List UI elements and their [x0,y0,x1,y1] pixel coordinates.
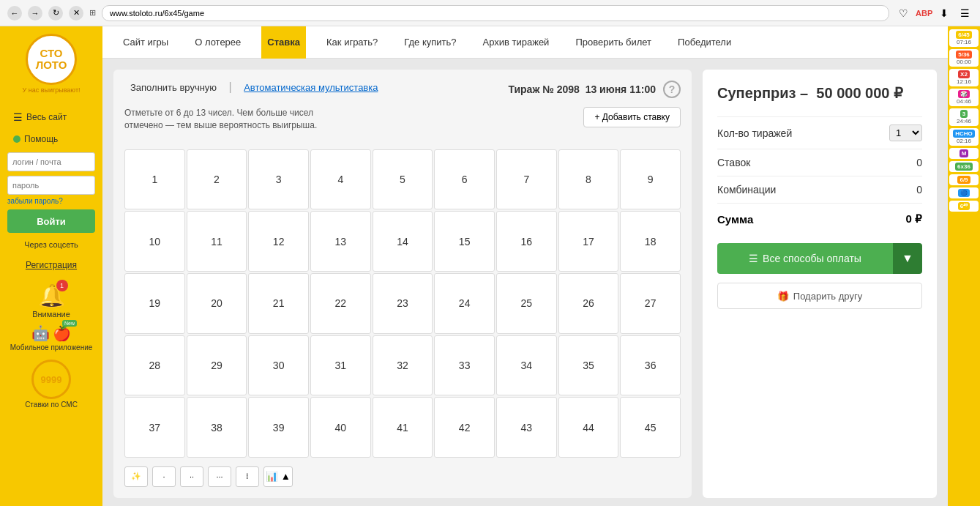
right-game-2[interactable]: X212:16 [949,69,979,86]
number-cell-25[interactable]: 25 [496,273,557,334]
login-button[interactable]: Войти [7,209,95,233]
right-game-7[interactable]: 6x36 [949,161,979,172]
password-input[interactable] [7,176,95,195]
number-cell-20[interactable]: 20 [187,273,247,334]
nav-site[interactable]: Сайт игры [117,26,174,59]
number-cell-42[interactable]: 42 [434,397,495,458]
number-cell-44[interactable]: 44 [558,397,619,458]
number-cell-13[interactable]: 13 [310,211,371,272]
number-cell-21[interactable]: 21 [248,273,309,334]
number-cell-33[interactable]: 33 [434,335,495,396]
number-cell-10[interactable]: 10 [124,211,185,272]
magic-wand-button[interactable]: ✨ [124,466,148,487]
right-game-0[interactable]: 6/4507:16 [949,29,979,47]
right-game-8[interactable]: 6/9 [949,174,979,185]
number-cell-36[interactable]: 36 [620,335,681,396]
forgot-password-link[interactable]: забыли пароль? [7,197,63,205]
number-cell-45[interactable]: 45 [620,397,681,458]
number-cell-35[interactable]: 35 [558,335,619,396]
number-cell-11[interactable]: 11 [187,211,247,272]
sms-area[interactable]: 9999 Ставки по СМС [25,360,78,409]
number-cell-18[interactable]: 18 [620,211,681,272]
number-cell-39[interactable]: 39 [248,397,309,458]
number-cell-29[interactable]: 29 [187,335,247,396]
number-cell-7[interactable]: 7 [496,149,557,210]
draws-select[interactable]: 1 2 3 5 10 [889,124,922,141]
register-button[interactable]: Регистрация [7,256,95,274]
number-cell-24[interactable]: 24 [434,273,495,334]
nav-where[interactable]: Где купить? [398,26,462,59]
three-dot-button[interactable]: ··· [208,466,231,487]
help-button[interactable]: Помощь [7,130,95,148]
nav-about[interactable]: О лотерее [189,26,247,59]
social-login-button[interactable]: Через соцсеть [7,236,95,253]
logo[interactable]: СТОЛОТО [26,34,77,85]
number-cell-2[interactable]: 2 [187,149,247,210]
number-cell-1[interactable]: 1 [124,149,185,210]
number-cell-40[interactable]: 40 [310,397,371,458]
number-cell-3[interactable]: 3 [248,149,309,210]
nav-archive[interactable]: Архив тиражей [476,26,555,59]
number-cell-31[interactable]: 31 [310,335,371,396]
login-input[interactable] [7,152,95,171]
right-game-10[interactable]: 6⁴⁹ [949,201,979,212]
one-dot-button[interactable]: · [152,466,176,487]
number-cell-30[interactable]: 30 [248,335,309,396]
pay-dropdown-button[interactable]: ▼ [893,243,922,274]
number-cell-16[interactable]: 16 [496,211,557,272]
gift-button[interactable]: 🎁 Подарить другу [717,283,922,309]
mobile-app-area[interactable]: 🤖 🍎 New Мобильное приложение [10,324,93,352]
right-game-6[interactable]: M [949,148,979,159]
add-bet-button[interactable]: + Добавить ставку [583,107,681,127]
number-cell-41[interactable]: 41 [373,397,433,458]
number-cell-32[interactable]: 32 [373,335,433,396]
heart-icon[interactable]: ♡ [895,5,911,21]
notification-area[interactable]: 🔔 1 Внимание [7,283,95,319]
right-game-1[interactable]: 5/3600:00 [949,49,979,67]
url-bar[interactable] [102,5,889,21]
right-game-5[interactable]: НСНО02:16 [949,128,979,146]
nav-howto[interactable]: Как играть? [321,26,384,59]
nav-winners[interactable]: Победители [672,26,737,59]
four-dot-button[interactable]: ⁞ [236,466,259,487]
help-info-button[interactable]: ? [663,81,681,98]
fill-auto-tab[interactable]: Автоматическая мультиставка [238,79,384,96]
number-cell-14[interactable]: 14 [373,211,433,272]
menu-icon[interactable]: ☰ [957,5,973,21]
refresh-button[interactable]: ↻ [48,6,63,21]
fill-manual-tab[interactable]: Заполнить вручную [124,79,222,96]
chart-button[interactable]: 📊 ▲ [263,466,293,487]
nav-check[interactable]: Проверить билет [569,26,657,59]
number-cell-38[interactable]: 38 [187,397,247,458]
number-cell-43[interactable]: 43 [496,397,557,458]
number-cell-28[interactable]: 28 [124,335,185,396]
number-cell-22[interactable]: 22 [310,273,371,334]
number-cell-37[interactable]: 37 [124,397,185,458]
number-cell-17[interactable]: 17 [558,211,619,272]
number-cell-8[interactable]: 8 [558,149,619,210]
number-cell-9[interactable]: 9 [620,149,681,210]
two-dot-button[interactable]: ·· [180,466,203,487]
right-game-9[interactable]: 🔵 [949,187,979,198]
number-cell-34[interactable]: 34 [496,335,557,396]
nav-bet[interactable]: Ставка [261,26,306,59]
number-cell-15[interactable]: 15 [434,211,495,272]
number-cell-12[interactable]: 12 [248,211,309,272]
right-game-4[interactable]: 324:46 [949,108,979,126]
number-cell-6[interactable]: 6 [434,149,495,210]
pay-main-button[interactable]: ☰ Все способы оплаты [717,243,893,274]
number-cell-19[interactable]: 19 [124,273,185,334]
number-cell-5[interactable]: 5 [373,149,433,210]
right-game-3[interactable]: 🎲04:46 [949,89,979,106]
number-cell-26[interactable]: 26 [558,273,619,334]
number-cell-27[interactable]: 27 [620,273,681,334]
main-menu-button[interactable]: ☰ Весь сайт [7,107,95,127]
download-icon[interactable]: ⬇ [936,5,952,21]
close-button[interactable]: ✕ [69,6,83,21]
forward-button[interactable]: → [28,6,42,21]
top-nav: Сайт игры О лотерее Ставка Как играть? Г… [102,26,948,59]
back-button[interactable]: ← [7,6,22,21]
adblock-icon[interactable]: АВР [916,5,932,21]
number-cell-23[interactable]: 23 [373,273,433,334]
number-cell-4[interactable]: 4 [310,149,371,210]
